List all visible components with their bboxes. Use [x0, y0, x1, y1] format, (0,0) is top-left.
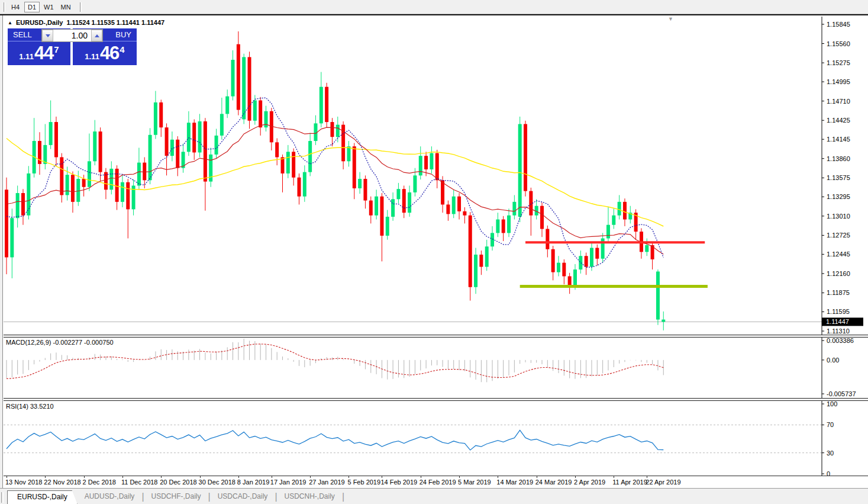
date-tick-mark: [200, 476, 201, 478]
date-tick-mark: [575, 476, 576, 478]
date-tick-mark: [272, 476, 272, 478]
timeframe-button-h4[interactable]: H4: [8, 2, 23, 12]
price-axis-label: 1.15275: [827, 59, 850, 66]
price-axis-label: 1.12160: [827, 270, 850, 277]
date-tick-mark: [349, 476, 349, 478]
sell-price: 1.11 44 7: [8, 41, 70, 65]
date-tick-mark: [84, 476, 85, 478]
toolbar-grip[interactable]: [4, 2, 5, 12]
date-axis-label: 14 Mar 2019: [496, 479, 533, 486]
price-axis-label: 1.11310: [827, 328, 850, 335]
price-axis-label: 1.11595: [827, 308, 850, 315]
price-axis-label: 1.14425: [827, 117, 850, 124]
tab-usdcnh-daily[interactable]: USDCNH-,Daily: [277, 490, 342, 504]
chart-shift-marker-icon[interactable]: ▼: [668, 16, 673, 22]
chart-ohlc-quotes: 1.11524 1.11535 1.11441 1.11447: [66, 19, 164, 26]
date-tick-mark: [238, 476, 239, 478]
sell-price-big: 44: [34, 43, 53, 64]
date-tick-mark: [161, 476, 162, 478]
date-axis-label: 2 Dec 2018: [83, 479, 116, 486]
toolbar-separator: [80, 2, 82, 12]
volume-input[interactable]: [53, 30, 91, 41]
date-tick-mark: [498, 476, 498, 478]
chart-tabs: EURUSD-,DailyAUDUSD-,Daily|USDCHF-,Daily…: [7, 490, 344, 504]
chart-tab-bar: EURUSD-,DailyAUDUSD-,Daily|USDCHF-,Daily…: [0, 488, 868, 504]
tab-audusd-daily[interactable]: AUDUSD-,Daily: [78, 490, 142, 504]
date-axis-label: 24 Feb 2019: [420, 479, 456, 486]
sell-price-prefix: 1.11: [19, 52, 34, 61]
date-axis-label: 20 Dec 2018: [160, 479, 196, 486]
rsi-indicator-canvas[interactable]: 10070300: [4, 401, 863, 476]
price-axis-label: 1.13575: [827, 174, 850, 181]
timeframe-buttons: H4D1W1MN: [8, 2, 75, 12]
macd-indicator-label: MACD(12,26,9) -0.002277 -0.000750: [6, 339, 114, 346]
triangle-down-icon: [46, 34, 50, 37]
timeframe-button-mn[interactable]: MN: [58, 2, 74, 12]
date-axis-label: 2 Apr 2019: [574, 479, 605, 486]
buy-price-big: 46: [100, 43, 119, 64]
date-tick-mark: [122, 476, 123, 478]
date-tick-mark: [382, 476, 382, 478]
macd-axis-label: -0.005737: [827, 390, 856, 397]
tab-usdchf-daily[interactable]: USDCHF-,Daily: [144, 490, 208, 504]
tab-active-eurusd-daily[interactable]: EURUSD-,Daily: [7, 490, 78, 504]
date-axis-label: 17 Jan 2019: [270, 479, 306, 486]
date-tick-mark: [310, 476, 311, 478]
price-axis-label: 1.14145: [827, 136, 850, 143]
price-axis-label: 1.13010: [827, 213, 850, 220]
rsi-indicator-label: RSI(14) 33.5210: [6, 403, 54, 410]
tabbar-grip[interactable]: [1, 492, 4, 503]
date-axis-label: 13 Nov 2018: [5, 479, 42, 486]
date-tick-mark: [45, 476, 46, 478]
price-axis-label: 1.12445: [827, 251, 850, 258]
price-axis-label: 1.13860: [827, 155, 850, 162]
date-axis-label: 27 Jan 2019: [309, 479, 345, 486]
macd-indicator-canvas[interactable]: 0.0033860.00-0.005737: [4, 338, 863, 398]
tab-usdcad-daily[interactable]: USDCAD-,Daily: [211, 490, 275, 504]
timeframe-toolbar: H4D1W1MN: [0, 0, 868, 14]
sell-price-pip: 7: [54, 44, 59, 54]
date-axis-label: 8 Jan 2019: [237, 479, 269, 486]
rsi-axis-label: 0: [827, 470, 830, 476]
date-tick-mark: [459, 476, 460, 478]
macd-axis-label: 0.00: [827, 357, 839, 364]
timeframe-button-w1[interactable]: W1: [41, 2, 57, 12]
chart-symbol-label: EURUSD-,Daily: [16, 19, 63, 26]
date-axis-label: 24 Mar 2019: [535, 479, 572, 486]
date-axis-label: 11 Dec 2018: [121, 479, 158, 486]
date-tick-mark: [647, 476, 647, 478]
rsi-axis-label: 100: [827, 401, 837, 407]
current-bid-price-box: 1.11447: [826, 318, 849, 325]
volume-increase-button[interactable]: [91, 30, 102, 41]
chart-client-area: 1.158451.155601.152751.149951.147101.144…: [0, 14, 868, 488]
price-axis-label: 1.14710: [827, 98, 850, 105]
price-axis-label: 1.11875: [827, 289, 850, 296]
triangle-up-icon: [95, 34, 99, 37]
date-axis-label: 22 Nov 2018: [44, 479, 80, 486]
date-tick-mark: [537, 476, 537, 478]
mt4-chart-window: H4D1W1MN 1.158451.155601.152751.149951.1…: [0, 0, 868, 504]
collapse-panel-icon[interactable]: ▲: [8, 20, 12, 25]
date-axis-label: 11 Apr 2019: [612, 479, 647, 486]
timeframe-button-d1[interactable]: D1: [24, 2, 40, 12]
volume-spinner: [41, 29, 103, 42]
one-click-trading-panel: SELL 1.11 44 7 BUY 1.11 46 4: [8, 28, 137, 65]
price-axis-label: 1.12725: [827, 232, 850, 239]
rsi-axis-label: 30: [827, 450, 834, 457]
date-axis-label: 5 Feb 2019: [347, 479, 380, 486]
buy-price-pip: 4: [120, 44, 124, 54]
macd-axis-label: 0.003386: [827, 338, 854, 344]
date-axis-label: 30 Dec 2018: [199, 479, 235, 486]
volume-decrease-button[interactable]: [42, 30, 53, 41]
price-axis-label: 1.14995: [827, 78, 850, 85]
buy-price-prefix: 1.11: [85, 52, 99, 61]
date-axis[interactable]: 13 Nov 201822 Nov 20182 Dec 201811 Dec 2…: [4, 476, 868, 488]
price-axis-label: 1.15560: [827, 40, 850, 47]
buy-price: 1.11 46 4: [73, 41, 137, 65]
price-axis-label: 1.13295: [827, 193, 850, 200]
date-axis-label: 5 Mar 2019: [458, 479, 491, 486]
price-axis-label: 1.15845: [827, 21, 850, 28]
chart-left-border: [0, 15, 3, 488]
date-axis-label: 14 Feb 2019: [380, 479, 417, 486]
date-tick-mark: [7, 476, 7, 478]
